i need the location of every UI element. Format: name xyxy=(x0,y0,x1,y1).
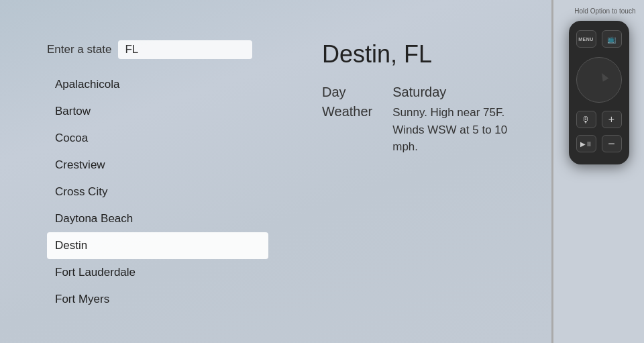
city-item[interactable]: Fort Myers xyxy=(47,286,268,313)
volume-up-button[interactable]: + xyxy=(602,111,622,128)
weather-detail-panel: Destin, FL Day Weather Saturday Sunny. H… xyxy=(268,0,551,343)
tv-screen: Enter a state FL ApalachicolaBartowCocoa… xyxy=(0,0,553,343)
tv-icon: 📺 xyxy=(607,35,616,44)
city-item[interactable]: Bartow xyxy=(47,98,268,125)
city-item[interactable]: Destin xyxy=(47,232,268,259)
state-label: Enter a state xyxy=(47,43,111,56)
city-list-panel: Enter a state FL ApalachicolaBartowCocoa… xyxy=(0,0,268,343)
weather-description: Sunny. High near 75F. Winds WSW at 5 to … xyxy=(392,104,513,156)
play-pause-icon: ▶⏸ xyxy=(580,140,592,148)
mic-button[interactable]: 🎙 xyxy=(576,111,596,128)
state-input[interactable]: FL xyxy=(118,40,252,59)
city-title: Destin, FL xyxy=(322,40,531,68)
city-item[interactable]: Cross City xyxy=(47,179,268,205)
state-input-row: Enter a state FL xyxy=(47,40,268,59)
minus-icon: − xyxy=(608,137,615,151)
mic-icon: 🎙 xyxy=(582,115,590,125)
plus-icon: + xyxy=(608,113,614,126)
remote-top-buttons: MENU 📺 xyxy=(576,30,622,48)
weather-label: Weather xyxy=(322,104,372,119)
menu-button[interactable]: MENU xyxy=(576,30,596,48)
city-item[interactable]: Cocoa xyxy=(47,125,268,152)
weather-values: Saturday Sunny. High near 75F. Winds WSW… xyxy=(392,85,513,156)
volume-down-button[interactable]: − xyxy=(602,135,622,152)
city-item[interactable]: Fort Lauderdale xyxy=(47,259,268,286)
city-item[interactable]: Apalachicola xyxy=(47,71,268,98)
remote-bottom-buttons: ▶⏸ − xyxy=(576,135,622,152)
remote-control: MENU 📺 🎙 + ▶⏸ − xyxy=(569,21,629,164)
city-item[interactable]: Daytona Beach xyxy=(47,205,268,232)
remote-mid-buttons: 🎙 + xyxy=(576,111,622,128)
remote-hint: Hold Option to touch xyxy=(562,7,636,15)
city-item[interactable]: Crestview xyxy=(47,152,268,179)
weather-labels: Day Weather xyxy=(322,85,372,156)
remote-panel: Hold Option to touch MENU 📺 🎙 + ▶⏸ xyxy=(553,0,644,343)
day-label: Day xyxy=(322,85,372,100)
weather-info: Day Weather Saturday Sunny. High near 75… xyxy=(322,85,531,156)
play-pause-button[interactable]: ▶⏸ xyxy=(576,135,596,152)
day-value: Saturday xyxy=(392,85,513,100)
city-list: ApalachicolaBartowCocoaCrestviewCross Ci… xyxy=(47,71,268,313)
tv-button[interactable]: 📺 xyxy=(602,30,622,48)
remote-touchpad[interactable] xyxy=(576,57,622,103)
